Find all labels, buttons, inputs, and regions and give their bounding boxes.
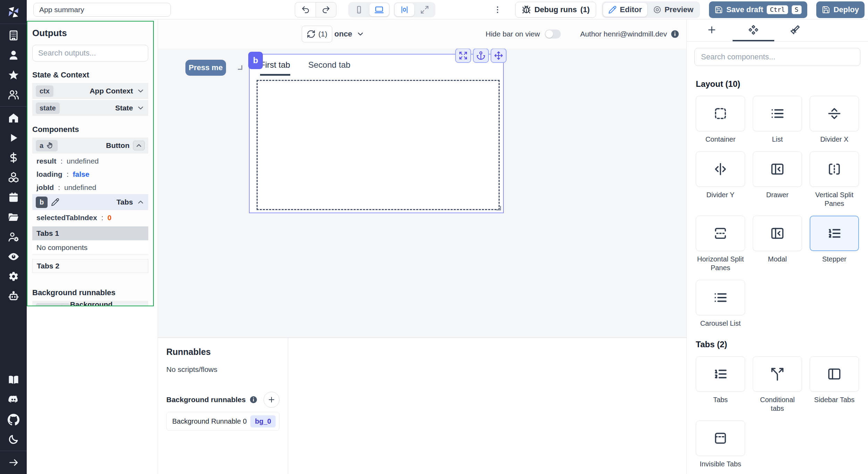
chevron-down-icon[interactable] [136,305,145,306]
chevron-down-icon[interactable] [136,104,145,112]
tab-first[interactable]: First tab [260,60,290,76]
component-list-scroll[interactable]: Layout (10) Container List Divider X Div… [687,69,868,474]
output-row-b[interactable]: b Tabs [32,194,148,210]
nav-workspace[interactable] [6,27,22,43]
background-runnable-item[interactable]: Background Runnable 0 bg_0 [166,412,279,431]
component-tile-drawer[interactable]: Drawer [753,151,802,199]
save-draft-button[interactable]: Save draft Ctrl S [709,1,807,18]
app-canvas[interactable]: Press me b First tab Second tab [158,49,686,338]
tile-label: Carousel List [696,319,745,328]
insert-tab[interactable] [691,19,733,41]
prop-row-result: result:undefined [32,155,148,168]
mobile-view-button[interactable] [349,3,369,16]
a-type-label: Button [106,141,130,150]
components-tab[interactable] [733,19,774,41]
expand-component-button[interactable] [455,49,471,63]
nav-schedules[interactable] [6,189,22,205]
chevron-up-icon[interactable] [133,141,145,150]
anchor-component-button[interactable] [473,49,489,63]
frequency-dropdown[interactable]: once [334,26,365,42]
add-background-runnable-button[interactable] [264,392,279,408]
chevron-up-icon[interactable] [136,198,145,206]
nav-billing[interactable] [6,150,22,166]
outputs-search-input[interactable] [32,45,148,61]
preview-tab[interactable]: Preview [648,3,699,17]
nav-folders[interactable] [6,209,22,225]
nav-github[interactable] [6,411,22,427]
resize-handle[interactable] [496,206,501,210]
redo-button[interactable] [316,2,336,17]
nav-resources[interactable] [6,169,22,185]
center-canvas-button[interactable] [395,3,414,16]
styles-tab[interactable] [774,19,816,41]
expand-sidebar-button[interactable] [6,455,22,471]
component-tile-divider-y[interactable]: Divider Y [696,151,745,199]
component-tile-sidebar-tabs[interactable]: Sidebar Tabs [810,356,859,404]
component-tile-horizontal-split-panes[interactable]: Horizontal Split Panes [696,216,745,272]
canvas-button-a[interactable]: Press me [185,60,226,76]
hide-bar-label: Hide bar on view [485,30,540,38]
invisible-tabs-icon [713,431,728,446]
pencil-icon[interactable] [51,198,59,206]
tile-label: Conditional tabs [753,396,802,413]
prop-key: result [36,157,56,165]
windmill-logo[interactable] [6,4,22,20]
component-id-badge[interactable]: b [248,52,263,69]
hand-pointer-icon [59,305,66,306]
component-tile-tabs[interactable]: Tabs [696,356,745,404]
fullwidth-canvas-button[interactable] [415,3,434,16]
smartphone-icon [354,5,364,14]
component-tile-conditional-tabs[interactable]: Conditional tabs [753,356,802,413]
component-tile-container[interactable]: Container [696,96,745,144]
app-summary-input[interactable] [33,3,171,17]
chevron-down-icon[interactable] [136,87,145,95]
nav-favorites[interactable] [6,67,22,83]
more-menu-button[interactable] [492,2,503,17]
component-tile-divider-x[interactable]: Divider X [810,96,859,144]
nav-discord[interactable] [6,392,22,408]
nav-runs[interactable] [6,130,22,146]
tab-second[interactable]: Second tab [308,60,350,76]
state-type-label: State [115,104,133,112]
output-row-a[interactable]: a Button [32,138,148,153]
desktop-view-button[interactable] [369,3,389,16]
tabs1-header[interactable]: Tabs 1 [32,226,148,240]
nav-workers[interactable] [6,288,22,304]
undo-button[interactable] [295,2,316,17]
runnables-left-section: Runnables No scripts/flows Background ru… [158,338,288,474]
canvas-tabs-component[interactable]: b First tab Second tab [249,54,504,213]
output-row-state[interactable]: state State [32,100,148,116]
debug-runs-button[interactable]: Debug runs (1) [515,2,596,18]
rail-group-middle [6,110,22,304]
empty-drop-container[interactable] [257,80,500,210]
nav-settings[interactable] [6,268,22,284]
info-icon[interactable] [670,30,679,39]
component-tile-carousel-list[interactable]: Carousel List [696,280,745,328]
component-tile-invisible-tabs[interactable]: Invisible Tabs [696,421,745,468]
output-row-bg0[interactable]: bg_0 Background Runnable 0 [32,301,148,306]
component-tile-stepper[interactable]: Stepper [810,216,859,264]
tile-label: Invisible Tabs [696,460,745,468]
editor-tab[interactable]: Editor [603,3,647,17]
deploy-button[interactable]: Deploy [816,1,865,18]
move-component-button[interactable] [491,49,507,63]
component-tile-list[interactable]: List [753,96,802,144]
nav-collaborators[interactable] [6,87,22,103]
nav-theme-toggle[interactable] [6,431,22,447]
nav-groups[interactable] [6,229,22,245]
resize-handle[interactable] [238,65,242,70]
refresh-button[interactable]: (1) [302,26,332,42]
hide-bar-toggle[interactable] [545,30,561,39]
tile-label: Sidebar Tabs [810,396,859,404]
component-search-input[interactable] [694,48,860,66]
component-tile-vertical-split-panes[interactable]: Vertical Split Panes [810,151,859,208]
component-tile-modal[interactable]: Modal [753,216,802,264]
nav-audit[interactable] [6,249,22,265]
nav-home[interactable] [6,110,22,126]
tabs2-header[interactable]: Tabs 2 [32,259,148,273]
info-icon[interactable] [249,396,258,404]
output-row-ctx[interactable]: ctx App Context [32,83,148,99]
home-icon [8,112,19,124]
nav-docs[interactable] [6,372,22,388]
nav-user[interactable] [6,47,22,63]
